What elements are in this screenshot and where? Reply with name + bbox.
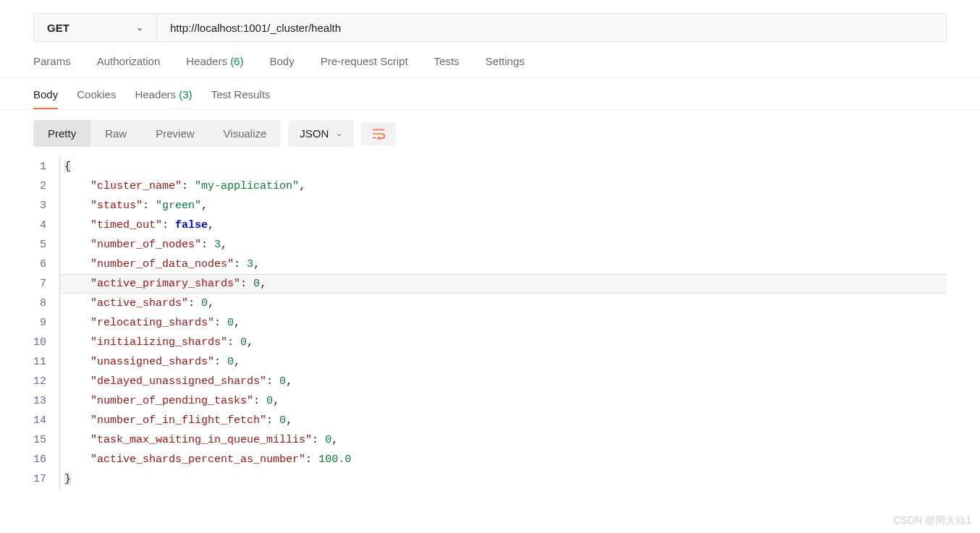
request-tabs: Params Authorization Headers (6) Body Pr… [0, 42, 980, 78]
line-gutter: 1234567891011121314151617 [33, 157, 59, 489]
response-body-viewer[interactable]: 1234567891011121314151617 { "cluster_nam… [0, 157, 980, 489]
url-text: http://localhost:1001/_cluster/health [170, 22, 341, 34]
response-tabs: Body Cookies Headers (3) Test Results [0, 78, 980, 110]
tab-params[interactable]: Params [33, 55, 71, 77]
resp-tab-test-results[interactable]: Test Results [211, 88, 271, 109]
http-method-select[interactable]: GET ⌄ [34, 14, 157, 41]
wrap-lines-button[interactable] [361, 122, 396, 145]
chevron-down-icon: ⌄ [336, 129, 342, 138]
format-label: JSON [300, 127, 329, 140]
resp-tab-headers[interactable]: Headers (3) [135, 88, 192, 109]
resp-tab-cookies[interactable]: Cookies [77, 88, 116, 109]
request-bar: GET ⌄ http://localhost:1001/_cluster/hea… [33, 13, 947, 42]
tab-pre-request-script[interactable]: Pre-request Script [321, 55, 408, 77]
code-content: { "cluster_name": "my-application", "sta… [59, 157, 947, 489]
format-select[interactable]: JSON ⌄ [288, 120, 354, 147]
view-pretty[interactable]: Pretty [33, 120, 90, 147]
view-raw[interactable]: Raw [90, 120, 141, 147]
http-method-label: GET [47, 22, 69, 34]
view-preview[interactable]: Preview [141, 120, 208, 147]
chevron-down-icon: ⌄ [136, 22, 143, 33]
tab-tests[interactable]: Tests [434, 55, 460, 77]
view-mode-group: Pretty Raw Preview Visualize [33, 120, 281, 147]
resp-tab-body[interactable]: Body [33, 88, 58, 109]
tab-authorization[interactable]: Authorization [97, 55, 161, 77]
tab-headers[interactable]: Headers (6) [186, 55, 243, 77]
url-input[interactable]: http://localhost:1001/_cluster/health [157, 14, 946, 41]
view-visualize[interactable]: Visualize [209, 120, 282, 147]
wrap-icon [371, 128, 386, 140]
tab-body[interactable]: Body [269, 55, 294, 77]
response-toolbar: Pretty Raw Preview Visualize JSON ⌄ [0, 110, 980, 157]
tab-settings[interactable]: Settings [486, 55, 525, 77]
